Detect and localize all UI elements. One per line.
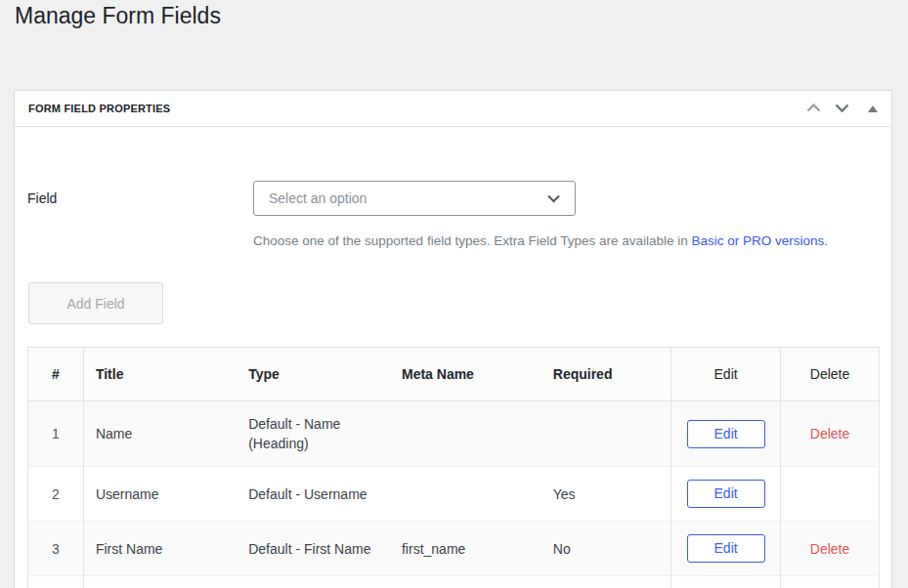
field-type-main: Default - First Name xyxy=(248,541,370,557)
delete-cell: Delete xyxy=(781,401,880,467)
header-meta-name: Meta Name xyxy=(390,348,541,401)
field-title: Name xyxy=(83,401,237,467)
add-field-button[interactable]: Add Field xyxy=(28,282,163,324)
field-meta-name xyxy=(390,401,541,467)
pro-versions-link[interactable]: Basic or PRO versions. xyxy=(692,233,829,248)
field-title: First Name xyxy=(83,522,237,576)
field-type: Default - Name(Heading) xyxy=(237,401,390,467)
row-number: 2 xyxy=(28,467,84,522)
delete-cell: Delete xyxy=(781,522,880,576)
panel-title: FORM FIELD PROPERTIES xyxy=(28,103,170,114)
field-type: Default - Username xyxy=(237,467,390,522)
field-type-main: Default - Name xyxy=(248,416,340,432)
delete-cell: Delete xyxy=(781,576,880,588)
panel-body: Field Select an option Choose one of the… xyxy=(15,181,891,588)
edit-cell: Edit xyxy=(671,467,781,522)
field-meta-name xyxy=(390,467,541,522)
field-required: No xyxy=(541,522,671,576)
edit-cell: Edit xyxy=(671,401,781,467)
field-type-select[interactable]: Select an option xyxy=(253,181,576,216)
row-number: 3 xyxy=(28,522,84,576)
field-type-note: (Heading) xyxy=(248,434,378,453)
field-required xyxy=(541,401,671,467)
header-number: # xyxy=(28,348,84,401)
chevron-up-icon xyxy=(805,102,822,116)
field-type: Default - Last Name xyxy=(237,576,390,588)
field-label: Field xyxy=(27,190,253,206)
panel-controls xyxy=(796,100,878,118)
table-row: 4 Last Name Default - Last Name last_nam… xyxy=(28,576,880,588)
delete-cell xyxy=(781,467,880,522)
header-edit: Edit xyxy=(671,348,781,401)
table-header-row: # Title Type Meta Name Required Edit Del… xyxy=(28,348,880,401)
field-required: No xyxy=(541,576,671,588)
edit-button[interactable]: Edit xyxy=(687,480,765,508)
page-title: Manage Form Fields xyxy=(0,0,908,30)
move-down-button[interactable] xyxy=(832,100,852,118)
header-delete: Delete xyxy=(781,348,880,401)
field-required: Yes xyxy=(541,467,671,522)
move-up-button[interactable] xyxy=(803,100,824,118)
collapse-toggle-icon[interactable] xyxy=(868,105,878,112)
select-chevron-down-icon xyxy=(546,189,561,207)
chevron-down-icon xyxy=(834,102,850,116)
field-title: Username xyxy=(83,467,237,522)
form-fields-table: # Title Type Meta Name Required Edit Del… xyxy=(27,347,880,588)
field-title: Last Name xyxy=(83,576,237,588)
field-select-row: Field Select an option xyxy=(15,181,891,216)
delete-link[interactable]: Delete xyxy=(810,541,849,557)
field-meta-name: first_name xyxy=(390,522,541,576)
header-type: Type xyxy=(237,348,390,401)
form-field-properties-panel: FORM FIELD PROPERTIES Field Select an op… xyxy=(14,90,892,588)
table-row: 2 Username Default - Username Yes Edit xyxy=(28,467,880,522)
select-placeholder: Select an option xyxy=(269,190,367,206)
field-help-text: Choose one of the supported field types.… xyxy=(253,231,878,250)
table-row: 1 Name Default - Name(Heading) Edit Dele… xyxy=(28,401,880,467)
edit-button[interactable]: Edit xyxy=(687,534,765,563)
delete-link[interactable]: Delete xyxy=(810,426,849,441)
field-type: Default - First Name xyxy=(237,522,390,576)
row-number: 1 xyxy=(28,401,84,467)
row-number: 4 xyxy=(28,576,84,588)
header-required: Required xyxy=(541,348,671,401)
header-title: Title xyxy=(83,348,237,401)
edit-cell: Edit xyxy=(671,576,781,588)
edit-cell: Edit xyxy=(671,522,781,576)
help-text-body: Choose one of the supported field types.… xyxy=(253,233,688,248)
table-row: 3 First Name Default - First Name first_… xyxy=(28,522,880,576)
field-meta-name: last_name xyxy=(390,576,541,588)
panel-header: FORM FIELD PROPERTIES xyxy=(15,91,891,127)
edit-button[interactable]: Edit xyxy=(687,420,765,448)
field-type-main: Default - Username xyxy=(248,486,367,502)
